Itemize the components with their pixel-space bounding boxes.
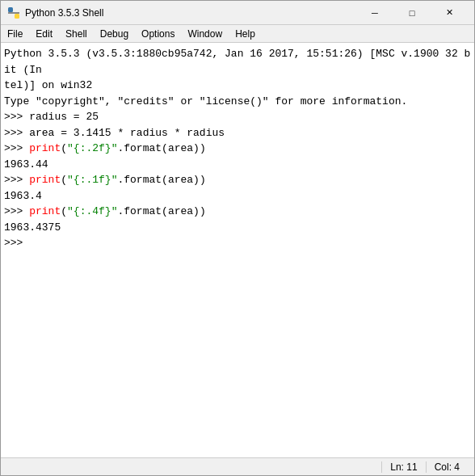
maximize-button[interactable]: □ (393, 1, 431, 25)
svg-rect-2 (8, 12, 19, 14)
app-icon (7, 6, 20, 19)
menu-file[interactable]: File (1, 25, 29, 42)
menu-help[interactable]: Help (229, 25, 262, 42)
status-bar: Ln: 11 Col: 4 (1, 457, 474, 475)
shell-output[interactable]: Python 3.5.3 (v3.5.3:1880cb95a742, Jan 1… (1, 43, 474, 457)
python-shell-window: Python 3.5.3 Shell ─ □ ✕ File Edit Shell… (0, 0, 475, 476)
title-bar: Python 3.5.3 Shell ─ □ ✕ (1, 1, 474, 25)
shell-text: Python 3.5.3 (v3.5.3:1880cb95a742, Jan 1… (4, 46, 471, 251)
menu-window[interactable]: Window (181, 25, 229, 42)
menu-edit[interactable]: Edit (29, 25, 59, 42)
window-controls: ─ □ ✕ (356, 1, 468, 25)
menu-shell[interactable]: Shell (59, 25, 94, 42)
col-number: Col: 4 (426, 461, 468, 473)
close-button[interactable]: ✕ (431, 1, 468, 25)
minimize-button[interactable]: ─ (356, 1, 393, 25)
menu-options[interactable]: Options (135, 25, 181, 42)
menu-bar: File Edit Shell Debug Options Window Hel… (1, 25, 474, 43)
svg-rect-1 (15, 14, 19, 19)
menu-debug[interactable]: Debug (94, 25, 135, 42)
svg-rect-0 (8, 7, 13, 12)
line-number: Ln: 11 (381, 461, 425, 473)
window-title: Python 3.5.3 Shell (25, 7, 356, 19)
